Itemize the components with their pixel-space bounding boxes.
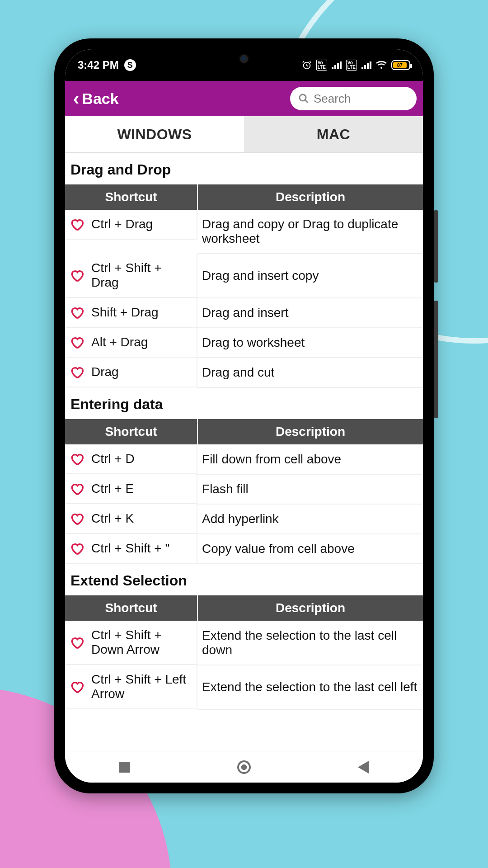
home-button[interactable] <box>237 760 251 774</box>
signal-icon-1 <box>332 61 342 69</box>
column-header-shortcut: Shortcut <box>65 595 197 621</box>
app-header: ‹ Back <box>65 81 423 116</box>
shortcut-cell: Ctrl + Drag <box>65 210 197 240</box>
shortcut-cell: Ctrl + Shift + Down Arrow <box>65 621 197 665</box>
table-row: DragDrag and cut <box>65 358 423 387</box>
shortcut-key: Shift + Drag <box>91 305 159 320</box>
column-header-shortcut: Shortcut <box>65 419 197 444</box>
shortcut-cell: Shift + Drag <box>65 298 197 328</box>
shortcut-list[interactable]: Drag and DropShortcutDescriptionCtrl + D… <box>65 153 423 751</box>
back-button[interactable]: ‹ Back <box>73 90 119 108</box>
shortcut-key: Alt + Drag <box>91 335 148 349</box>
description-cell: Add hyperlink <box>197 504 423 534</box>
table-row: Ctrl + Shift + "Copy value from cell abo… <box>65 534 423 564</box>
column-header-shortcut: Shortcut <box>65 184 197 210</box>
shortcut-key: Drag <box>91 365 119 379</box>
favorite-icon[interactable] <box>70 305 84 320</box>
favorite-icon[interactable] <box>70 452 84 466</box>
back-nav-button[interactable] <box>356 760 371 774</box>
volte-icon-1: VoLTE <box>316 60 327 71</box>
battery-level: 87 <box>393 62 407 68</box>
table-row: Ctrl + DFill down from cell above <box>65 444 423 474</box>
favorite-icon[interactable] <box>70 635 84 650</box>
favorite-icon[interactable] <box>70 217 84 231</box>
shortcut-cell: Ctrl + Shift + Drag <box>65 254 197 298</box>
table-row: Ctrl + DragDrag and copy or Drag to dupl… <box>65 210 423 254</box>
table-row: Shift + DragDrag and insert <box>65 298 423 328</box>
favorite-icon[interactable] <box>70 481 84 496</box>
table-row: Ctrl + KAdd hyperlink <box>65 504 423 534</box>
status-time: 3:42 PM <box>78 59 119 71</box>
shortcut-table: ShortcutDescriptionCtrl + DFill down fro… <box>65 419 423 564</box>
svg-line-2 <box>305 100 308 103</box>
search-field[interactable] <box>290 87 417 110</box>
column-header-description: Description <box>197 419 423 444</box>
phone-screen: 3:42 PM S VoLTE VoLTE 87 <box>65 49 423 783</box>
shortcut-cell: Ctrl + E <box>65 474 197 504</box>
wifi-icon <box>376 61 387 70</box>
section-title: Entering data <box>65 388 423 419</box>
description-cell: Copy value from cell above <box>197 534 423 564</box>
table-row: Ctrl + Shift + Down ArrowExtend the sele… <box>65 621 423 665</box>
shortcut-key: Ctrl + Drag <box>91 217 153 231</box>
description-cell: Drag and insert <box>197 298 423 328</box>
volte-icon-2: VoLTE <box>346 60 357 71</box>
signal-icon-2 <box>361 61 371 69</box>
battery-icon: 87 <box>391 60 410 70</box>
description-cell: Drag and copy or Drag to duplicate works… <box>197 210 423 254</box>
power-button <box>434 301 438 418</box>
shortcut-key: Ctrl + Shift + Down Arrow <box>91 628 192 657</box>
description-cell: Extend the selection to the last cell le… <box>197 665 423 709</box>
shortcut-cell: Ctrl + Shift + Left Arrow <box>65 665 197 709</box>
shortcut-key: Ctrl + Shift + " <box>91 541 169 556</box>
section-title: Drag and Drop <box>65 153 423 184</box>
column-header-description: Description <box>197 184 423 210</box>
table-row: Ctrl + EFlash fill <box>65 474 423 504</box>
platform-tabs: WINDOWS MAC <box>65 116 423 153</box>
shortcut-key: Ctrl + D <box>91 452 135 466</box>
table-row: Alt + DragDrag to worksheet <box>65 328 423 358</box>
description-cell: Flash fill <box>197 474 423 504</box>
search-input[interactable] <box>314 92 408 106</box>
description-cell: Drag and insert copy <box>197 254 423 298</box>
shortcut-key: Ctrl + Shift + Left Arrow <box>91 672 192 701</box>
shortcut-table: ShortcutDescriptionCtrl + Shift + Down A… <box>65 595 423 710</box>
recents-button[interactable] <box>117 760 132 774</box>
tab-windows[interactable]: WINDOWS <box>65 116 244 152</box>
description-cell: Extend the selection to the last cell do… <box>197 621 423 665</box>
android-nav-bar <box>65 751 423 783</box>
shortcut-cell: Ctrl + Shift + " <box>65 534 197 564</box>
front-camera <box>239 54 249 64</box>
alarm-icon <box>302 60 312 70</box>
description-cell: Drag to worksheet <box>197 328 423 358</box>
phone-notch <box>185 49 303 67</box>
svg-point-1 <box>300 94 306 101</box>
favorite-icon[interactable] <box>70 511 84 526</box>
back-label: Back <box>82 90 118 108</box>
shortcut-key: Ctrl + K <box>91 511 134 526</box>
skype-icon: S <box>124 59 136 71</box>
table-row: Ctrl + Shift + Left ArrowExtend the sele… <box>65 665 423 709</box>
shortcut-key: Ctrl + Shift + Drag <box>91 261 192 290</box>
shortcut-cell: Ctrl + K <box>65 504 197 534</box>
column-header-description: Description <box>197 595 423 621</box>
description-cell: Fill down from cell above <box>197 444 423 474</box>
volume-button <box>434 210 438 283</box>
description-cell: Drag and cut <box>197 358 423 387</box>
shortcut-cell: Ctrl + D <box>65 444 197 474</box>
tab-mac[interactable]: MAC <box>244 116 423 152</box>
phone-frame: 3:42 PM S VoLTE VoLTE 87 <box>54 38 434 793</box>
section-title: Extend Selection <box>65 564 423 595</box>
favorite-icon[interactable] <box>70 268 84 283</box>
favorite-icon[interactable] <box>70 335 84 349</box>
shortcut-cell: Drag <box>65 358 197 387</box>
table-row: Ctrl + Shift + DragDrag and insert copy <box>65 254 423 298</box>
chevron-left-icon: ‹ <box>73 90 79 108</box>
shortcut-cell: Alt + Drag <box>65 328 197 358</box>
favorite-icon[interactable] <box>70 679 84 694</box>
shortcut-key: Ctrl + E <box>91 481 134 496</box>
favorite-icon[interactable] <box>70 365 84 379</box>
shortcut-table: ShortcutDescriptionCtrl + DragDrag and c… <box>65 184 423 388</box>
search-icon <box>298 93 309 104</box>
favorite-icon[interactable] <box>70 541 84 556</box>
